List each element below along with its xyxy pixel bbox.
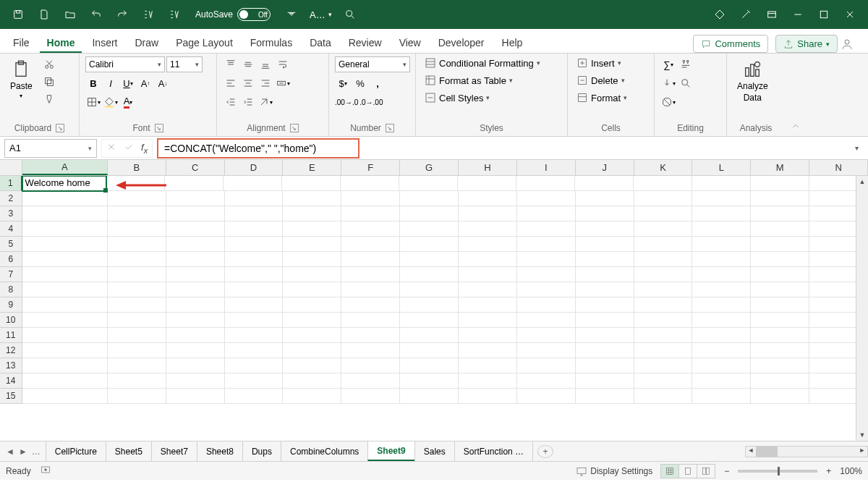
tab-home[interactable]: Home — [40, 33, 82, 53]
cell-A10[interactable] — [22, 313, 108, 328]
col-header-E[interactable]: E — [283, 160, 341, 175]
cell-B15[interactable] — [108, 389, 166, 404]
cell-D9[interactable] — [225, 297, 284, 313]
cell-I7[interactable] — [517, 267, 576, 282]
cell-L13[interactable] — [692, 358, 751, 373]
cell-D14[interactable] — [225, 373, 284, 389]
cell-D12[interactable] — [225, 343, 284, 358]
cell-D6[interactable] — [225, 252, 284, 267]
col-header-A[interactable]: A — [22, 160, 108, 175]
cell-B5[interactable] — [108, 237, 166, 252]
align-center-icon[interactable] — [240, 75, 256, 91]
cell-D5[interactable] — [225, 237, 284, 252]
cell-K15[interactable] — [634, 389, 693, 404]
cell-C4[interactable] — [166, 221, 225, 237]
cell-K9[interactable] — [634, 297, 693, 313]
copy-icon[interactable] — [41, 74, 57, 90]
cell-L3[interactable] — [692, 206, 751, 221]
cell-D15[interactable] — [225, 389, 284, 404]
tab-developer[interactable]: Developer — [431, 33, 492, 53]
search-icon[interactable] — [338, 2, 362, 27]
cell-I8[interactable] — [517, 282, 576, 297]
sheet-tab-CombineColumns[interactable]: CombineColumns — [281, 441, 368, 461]
cell-L9[interactable] — [692, 297, 751, 313]
cell-E6[interactable] — [283, 252, 341, 267]
cell-E9[interactable] — [283, 297, 341, 313]
col-header-J[interactable]: J — [576, 160, 634, 175]
cell-C1[interactable] — [165, 176, 224, 191]
cell-F15[interactable] — [341, 389, 400, 404]
cell-G5[interactable] — [400, 237, 459, 252]
cell-I4[interactable] — [517, 221, 576, 237]
cell-D8[interactable] — [225, 282, 284, 297]
sheet-nav-prev[interactable]: ◄ — [6, 447, 14, 457]
cell-J10[interactable] — [576, 313, 634, 328]
cell-C3[interactable] — [166, 206, 225, 221]
cell-M5[interactable] — [751, 237, 809, 252]
cell-A8[interactable] — [22, 282, 108, 297]
cell-L4[interactable] — [692, 221, 751, 237]
cell-G9[interactable] — [400, 297, 459, 313]
cell-L6[interactable] — [692, 252, 751, 267]
sheet-tab-Sheet9[interactable]: Sheet9 — [367, 441, 414, 461]
cell-M7[interactable] — [751, 267, 809, 282]
cell-I15[interactable] — [517, 389, 576, 404]
col-header-C[interactable]: C — [166, 160, 225, 175]
col-header-G[interactable]: G — [400, 160, 459, 175]
cell-L2[interactable] — [692, 191, 751, 206]
qat-overflow-icon[interactable] — [279, 2, 304, 27]
merge-icon[interactable]: ▾ — [275, 75, 291, 91]
cell-styles-button[interactable]: Cell Styles▾ — [422, 91, 543, 104]
save-icon[interactable] — [6, 2, 30, 27]
row-header-13[interactable]: 13 — [0, 358, 22, 373]
decrease-decimal-icon[interactable]: .0→.00 — [359, 94, 383, 110]
percent-icon[interactable]: % — [352, 75, 368, 91]
new-file-icon[interactable] — [32, 2, 56, 27]
sheet-tab-Dups[interactable]: Dups — [242, 441, 281, 461]
decrease-indent-icon[interactable] — [223, 94, 239, 110]
cell-F14[interactable] — [341, 373, 400, 389]
sheet-tab-CellPicture[interactable]: CellPicture — [46, 441, 106, 461]
cell-E2[interactable] — [283, 191, 341, 206]
col-header-F[interactable]: F — [341, 160, 400, 175]
select-all-corner[interactable] — [0, 160, 22, 175]
cell-K6[interactable] — [634, 252, 693, 267]
cell-E15[interactable] — [283, 389, 341, 404]
cell-I10[interactable] — [517, 313, 576, 328]
cell-D1[interactable] — [224, 176, 282, 191]
horizontal-scrollbar[interactable]: ◄► — [745, 446, 868, 457]
cell-H15[interactable] — [459, 389, 517, 404]
cell-M13[interactable] — [751, 358, 809, 373]
sheet-nav-menu[interactable]: … — [32, 447, 41, 457]
cell-D4[interactable] — [225, 221, 284, 237]
underline-button[interactable]: U▾ — [120, 75, 136, 91]
cell-G6[interactable] — [400, 252, 459, 267]
cell-H12[interactable] — [459, 343, 517, 358]
cell-L12[interactable] — [692, 343, 751, 358]
cell-D3[interactable] — [225, 206, 284, 221]
cell-J7[interactable] — [576, 267, 634, 282]
cell-B14[interactable] — [108, 373, 166, 389]
cell-H10[interactable] — [459, 313, 517, 328]
maximize-icon[interactable] — [812, 2, 836, 27]
cell-F1[interactable] — [341, 176, 399, 191]
cell-K2[interactable] — [634, 191, 693, 206]
row-header-15[interactable]: 15 — [0, 389, 22, 404]
row-header-2[interactable]: 2 — [0, 191, 22, 206]
row-header-5[interactable]: 5 — [0, 237, 22, 252]
tab-insert[interactable]: Insert — [85, 33, 124, 53]
bold-button[interactable]: B — [85, 75, 101, 91]
view-page-break-icon[interactable] — [697, 464, 715, 478]
number-launcher[interactable]: ↘ — [386, 124, 394, 132]
cell-J1[interactable] — [575, 176, 634, 191]
analyze-data-button[interactable]: Analyze Data — [733, 56, 773, 106]
cell-D13[interactable] — [225, 358, 284, 373]
cell-J8[interactable] — [576, 282, 634, 297]
insert-cells-button[interactable]: Insert▾ — [574, 56, 630, 69]
cell-H3[interactable] — [459, 206, 517, 221]
view-page-layout-icon[interactable] — [678, 464, 697, 478]
cell-A11[interactable] — [22, 328, 108, 343]
cell-J4[interactable] — [576, 221, 634, 237]
cell-C2[interactable] — [166, 191, 225, 206]
cell-J14[interactable] — [576, 373, 634, 389]
